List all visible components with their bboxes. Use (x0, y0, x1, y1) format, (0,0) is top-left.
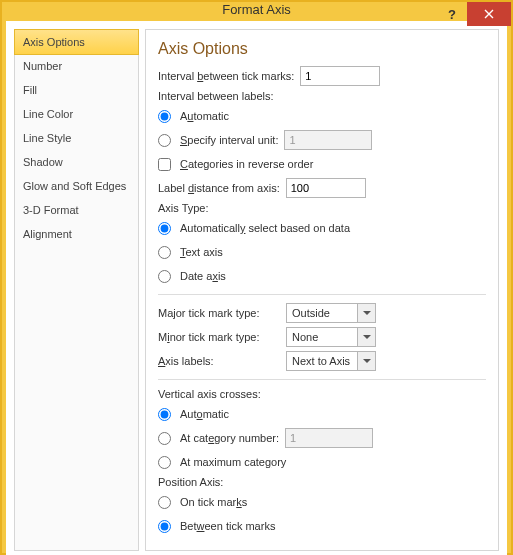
panel-heading: Axis Options (158, 40, 486, 58)
interval-labels-auto-radio[interactable] (158, 110, 171, 123)
axis-labels-value: Next to Axis (287, 352, 357, 370)
major-tick-dropdown[interactable]: Outside (286, 303, 376, 323)
axis-type-group-label: Axis Type: (158, 202, 486, 214)
crosses-catnum-label: At category number: (180, 432, 279, 444)
sidebar-item-label: Fill (23, 84, 37, 96)
sidebar-item-shadow[interactable]: Shadow (15, 150, 138, 174)
major-tick-label: Major tick mark type: (158, 307, 278, 319)
chevron-down-icon[interactable] (357, 304, 375, 322)
categories-reverse-label: Categories in reverse order (180, 158, 313, 170)
crosses-auto-label: Automatic (180, 408, 229, 420)
label-distance-label: Label distance from axis: (158, 182, 280, 194)
sidebar-item-label: Glow and Soft Edges (23, 180, 126, 192)
sidebar-item-label: 3-D Format (23, 204, 79, 216)
sidebar-item-label: Line Color (23, 108, 73, 120)
category-sidebar: Axis Options Number Fill Line Color Line… (14, 29, 139, 551)
crosses-catnum-input (285, 428, 373, 448)
sidebar-item-3d-format[interactable]: 3-D Format (15, 198, 138, 222)
crosses-group-label: Vertical axis crosses: (158, 388, 486, 400)
sidebar-item-alignment[interactable]: Alignment (15, 222, 138, 246)
sidebar-item-number[interactable]: Number (15, 54, 138, 78)
chevron-down-icon[interactable] (357, 328, 375, 346)
position-between-radio[interactable] (158, 520, 171, 533)
interval-labels-group-label: Interval between labels: (158, 90, 486, 102)
close-icon[interactable] (467, 2, 511, 26)
interval-labels-auto-label: Automatic (180, 110, 229, 122)
axis-labels-label: Axis labels: (158, 355, 278, 367)
help-button[interactable]: ? (437, 2, 467, 26)
crosses-catnum-radio[interactable] (158, 432, 171, 445)
axis-type-auto-label: Automatically select based on data (180, 222, 350, 234)
sidebar-item-label: Alignment (23, 228, 72, 240)
axis-labels-dropdown[interactable]: Next to Axis (286, 351, 376, 371)
position-group-label: Position Axis: (158, 476, 486, 488)
minor-tick-value: None (287, 328, 357, 346)
crosses-auto-radio[interactable] (158, 408, 171, 421)
minor-tick-dropdown[interactable]: None (286, 327, 376, 347)
sidebar-item-line-style[interactable]: Line Style (15, 126, 138, 150)
format-axis-dialog: Format Axis ? Axis Options Number Fill L… (0, 0, 513, 555)
options-panel: Axis Options Interval between tick marks… (145, 29, 499, 551)
position-on-label: On tick marks (180, 496, 247, 508)
crosses-max-radio[interactable] (158, 456, 171, 469)
axis-type-auto-radio[interactable] (158, 222, 171, 235)
sidebar-item-label: Shadow (23, 156, 63, 168)
categories-reverse-checkbox[interactable] (158, 158, 171, 171)
position-between-label: Between tick marks (180, 520, 275, 532)
separator (158, 294, 486, 295)
window-title: Format Axis (2, 2, 511, 17)
axis-type-date-label: Date axis (180, 270, 226, 282)
separator (158, 379, 486, 380)
axis-type-date-radio[interactable] (158, 270, 171, 283)
interval-tick-label: Interval between tick marks: (158, 70, 294, 82)
major-tick-value: Outside (287, 304, 357, 322)
interval-labels-specify-input (284, 130, 372, 150)
interval-tick-input[interactable] (300, 66, 380, 86)
crosses-max-label: At maximum category (180, 456, 286, 468)
sidebar-item-label: Line Style (23, 132, 71, 144)
sidebar-item-axis-options[interactable]: Axis Options (14, 29, 139, 55)
sidebar-item-label: Number (23, 60, 62, 72)
sidebar-item-label: Axis Options (23, 36, 85, 48)
chevron-down-icon[interactable] (357, 352, 375, 370)
label-distance-input[interactable] (286, 178, 366, 198)
titlebar: Format Axis ? (2, 2, 511, 17)
sidebar-item-fill[interactable]: Fill (15, 78, 138, 102)
axis-type-text-label: Text axis (180, 246, 223, 258)
interval-labels-specify-label: Specify interval unit: (180, 134, 278, 146)
sidebar-item-glow[interactable]: Glow and Soft Edges (15, 174, 138, 198)
sidebar-item-line-color[interactable]: Line Color (15, 102, 138, 126)
minor-tick-label: Minor tick mark type: (158, 331, 278, 343)
position-on-radio[interactable] (158, 496, 171, 509)
interval-labels-specify-radio[interactable] (158, 134, 171, 147)
axis-type-text-radio[interactable] (158, 246, 171, 259)
